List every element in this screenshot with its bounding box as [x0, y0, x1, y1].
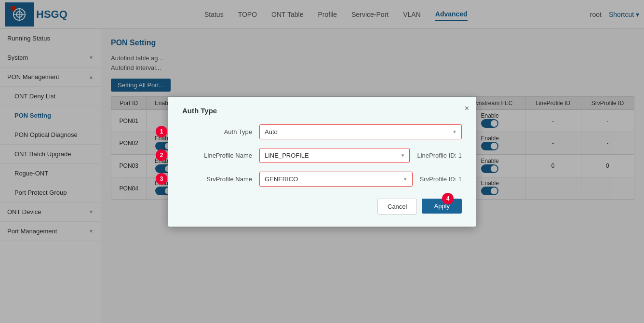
apply-btn-wrapper: 4 Apply	[422, 199, 462, 215]
step-badge-3: 3	[156, 173, 167, 185]
form-row-srv-profile: 3 SrvProfile Name GENERICO ▼ SrvProfile …	[182, 172, 462, 187]
label-line-profile: LineProfile Name	[182, 152, 259, 159]
step-badge-1: 1	[156, 126, 167, 137]
modal-overlay: Auth Type × 1 Auth Type Auto ▼ 2	[101, 29, 644, 323]
modal-close-button[interactable]: ×	[465, 104, 469, 113]
form-row-line-profile: 2 LineProfile Name LINE_PROFILE ▼ LinePr…	[182, 148, 462, 163]
line-profile-select[interactable]: LINE_PROFILE	[259, 148, 410, 163]
step-badge-4: 4	[442, 193, 454, 204]
auth-type-control: Auto ▼	[259, 124, 462, 139]
modal-title: Auth Type	[182, 107, 462, 115]
label-auth-type: Auth Type	[182, 128, 259, 135]
line-profile-control: LINE_PROFILE ▼	[259, 148, 410, 163]
auth-type-modal: Auth Type × 1 Auth Type Auto ▼ 2	[168, 97, 476, 227]
modal-footer: Cancel 4 Apply	[182, 199, 462, 215]
line-profile-id-label: LineProfile ID: 1	[417, 152, 462, 159]
srv-profile-control: GENERICO ▼	[259, 172, 413, 187]
srv-profile-id-label: SrvProfile ID: 1	[420, 175, 462, 183]
main-layout: Running Status System ▼ PON Management ▲…	[0, 29, 644, 323]
label-srv-profile: SrvProfile Name	[182, 175, 259, 183]
form-row-auth-type: 1 Auth Type Auto ▼	[182, 124, 462, 139]
cancel-button[interactable]: Cancel	[377, 199, 417, 215]
auth-type-select[interactable]: Auto	[259, 124, 462, 139]
step-badge-2: 2	[156, 149, 167, 161]
srv-profile-select[interactable]: GENERICO	[259, 172, 413, 187]
content-area: PON Setting Autofind table ag... Autofin…	[101, 29, 644, 323]
apply-button[interactable]: Apply	[422, 199, 462, 214]
